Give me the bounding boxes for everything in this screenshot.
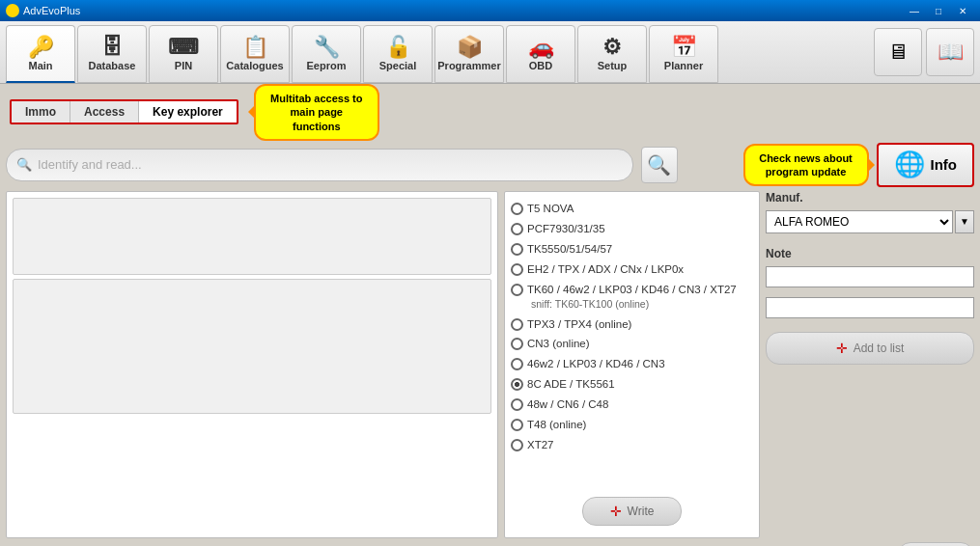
callout-multitab: Multitab access to main page functions	[254, 84, 379, 141]
radio-pcf-circle[interactable]	[511, 223, 523, 235]
toolbar-main[interactable]: 🔑 Main	[6, 25, 75, 83]
add-icon: ✛	[836, 341, 848, 356]
radio-xt27-label: XT27	[527, 438, 554, 452]
radio-cn3online-label: CN3 (online)	[527, 337, 590, 351]
add-list-label: Add to list	[854, 341, 905, 355]
obd-icon: 🚗	[528, 37, 554, 58]
minimize-button[interactable]: —	[903, 3, 926, 18]
radio-cn3online-circle[interactable]	[511, 338, 523, 350]
radio-eh2-circle[interactable]	[511, 263, 523, 276]
toolbar-catalogues[interactable]: 📋 Catalogues	[220, 25, 290, 83]
maximize-button[interactable]: □	[927, 3, 950, 18]
note-input-1[interactable]	[766, 266, 974, 287]
radio-8cade[interactable]: 8C ADE / TK5561	[511, 375, 753, 394]
radio-t5nova[interactable]: T5 NOVA	[511, 200, 753, 218]
setup-icon: ⚙	[602, 37, 622, 58]
note-input-2[interactable]	[766, 297, 974, 318]
tab-immo[interactable]: Immo	[12, 101, 70, 123]
toolbar-obd-label: OBD	[529, 60, 552, 71]
radio-48w-label: 48w / CN6 / C48	[527, 397, 608, 412]
radio-tk60[interactable]: TK60 / 46w2 / LKP03 / KD46 / CN3 / XT27 …	[511, 281, 753, 314]
radio-tk60-label: TK60 / 46w2 / LKP03 / KD46 / CN3 / XT27 …	[527, 283, 737, 312]
radio-46w2[interactable]: 46w2 / LKP03 / KD46 / CN3	[511, 355, 753, 373]
radio-46w2-circle[interactable]	[511, 358, 523, 370]
main-content: T5 NOVA PCF7930/31/35 TK5550/51/54/57 EH…	[0, 191, 980, 538]
radio-tk5550-circle[interactable]	[511, 243, 523, 256]
info-section: 🌐 Info	[877, 143, 975, 187]
bottom-book-button[interactable]: 📖	[897, 542, 974, 546]
pin-icon: ⌨	[168, 37, 199, 58]
radio-cn3online[interactable]: CN3 (online)	[511, 335, 753, 353]
write-label: Write	[628, 505, 655, 518]
toolbar-programmer-label: Programmer	[437, 60, 500, 71]
note-label: Note	[766, 247, 974, 260]
manuf-label: Manuf.	[766, 191, 974, 205]
radio-t5nova-label: T5 NOVA	[527, 202, 574, 216]
radio-t48[interactable]: T48 (online)	[511, 416, 753, 434]
toolbar-database-label: Database	[89, 60, 136, 71]
toolbar-pin-label: PIN	[175, 60, 192, 71]
toolbar-eeprom-label: Eeprom	[307, 60, 347, 71]
special-icon: 🔓	[385, 37, 411, 58]
manuf-select[interactable]: ALFA ROMEO	[766, 210, 953, 233]
info-button[interactable]: 🌐 Info	[877, 143, 975, 187]
book-button[interactable]: 📖	[926, 28, 974, 76]
app-icon	[6, 4, 19, 17]
radio-46w2-label: 46w2 / LKP03 / KD46 / CN3	[527, 357, 665, 371]
radio-48w[interactable]: 48w / CN6 / C48	[511, 396, 753, 414]
tab-key-explorer[interactable]: Key explorer	[139, 101, 237, 123]
toolbar-eeprom[interactable]: 🔧 Eeprom	[292, 25, 361, 83]
write-icon: ✛	[610, 504, 622, 519]
radio-tk5550[interactable]: TK5550/51/54/57	[511, 240, 753, 259]
globe-icon: 🌐	[894, 150, 925, 179]
radio-t5nova-circle[interactable]	[511, 203, 523, 215]
title-bar: AdvEvoPlus — □ ✕	[0, 0, 980, 21]
toolbar-catalogues-label: Catalogues	[226, 60, 283, 71]
close-button[interactable]: ✕	[951, 3, 974, 18]
write-button[interactable]: ✛ Write	[582, 497, 683, 526]
center-panel: T5 NOVA PCF7930/31/35 TK5550/51/54/57 EH…	[504, 191, 760, 538]
search-placeholder: Identify and read...	[38, 157, 142, 172]
toolbar-setup[interactable]: ⚙ Setup	[577, 25, 647, 83]
info-label: Info	[931, 156, 958, 173]
radio-xt27-circle[interactable]	[511, 439, 523, 451]
radio-pcf[interactable]: PCF7930/31/35	[511, 220, 753, 238]
search-button[interactable]: 🔍	[641, 147, 678, 183]
radio-tpx3[interactable]: TPX3 / TPX4 (online)	[511, 315, 753, 334]
manuf-select-wrapper: ALFA ROMEO ▼	[766, 210, 974, 233]
radio-t48-circle[interactable]	[511, 419, 523, 431]
radio-eh2-label: EH2 / TPX / ADX / CNx / LKP0x	[527, 262, 684, 277]
toolbar-planner-label: Planner	[664, 60, 703, 71]
add-list-button[interactable]: ✛ Add to list	[766, 332, 974, 365]
toolbar-obd[interactable]: 🚗 OBD	[506, 25, 575, 83]
database-icon: 🗄	[101, 37, 123, 58]
callout-update: Check news about program update	[743, 144, 869, 187]
catalogues-icon: 📋	[242, 37, 268, 58]
radio-xt27[interactable]: XT27	[511, 436, 753, 454]
planner-icon: 📅	[671, 37, 697, 58]
toolbar-programmer[interactable]: 📦 Programmer	[434, 25, 504, 83]
toolbar-database[interactable]: 🗄 Database	[77, 25, 147, 83]
toolbar-pin[interactable]: ⌨ PIN	[149, 25, 218, 83]
right-panel: Manuf. ALFA ROMEO ▼ Note ✛ Add to list	[766, 191, 974, 538]
toolbar-special[interactable]: 🔓 Special	[363, 25, 433, 83]
left-panel-mid	[13, 279, 491, 414]
radio-tk60-circle[interactable]	[511, 284, 523, 296]
radio-48w-circle[interactable]	[511, 398, 523, 411]
bottom-bar: 📖	[0, 538, 980, 546]
title-bar-controls: — □ ✕	[903, 3, 974, 18]
radio-tpx3-circle[interactable]	[511, 318, 523, 331]
left-panel-top	[13, 198, 491, 275]
manuf-dropdown-arrow[interactable]: ▼	[955, 210, 974, 233]
tab-access[interactable]: Access	[70, 101, 139, 123]
toolbar-special-label: Special	[379, 60, 417, 71]
search-section: 🔍 Identify and read... 🔍 Check news abou…	[0, 141, 980, 191]
tab-row: Immo Access Key explorer Multitab access…	[0, 84, 980, 141]
radio-eh2[interactable]: EH2 / TPX / ADX / CNx / LKP0x	[511, 260, 753, 279]
toolbar-right: 🖥 📖	[874, 25, 974, 83]
left-panel	[6, 191, 498, 538]
radio-8cade-circle[interactable]	[511, 378, 523, 391]
search-bar: 🔍 Identify and read...	[6, 149, 633, 181]
toolbar-planner[interactable]: 📅 Planner	[649, 25, 718, 83]
monitor-button[interactable]: 🖥	[874, 28, 922, 76]
